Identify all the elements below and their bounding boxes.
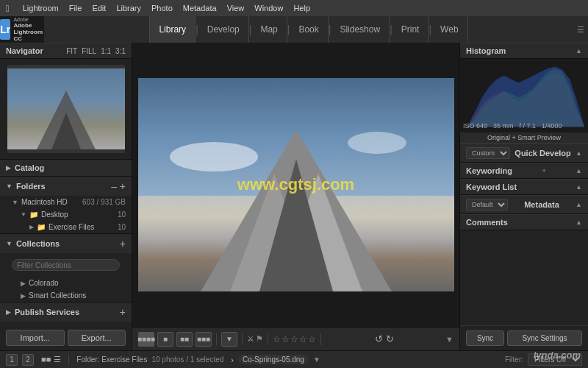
preset-select[interactable]: Custom (466, 147, 510, 159)
sync-settings-button[interactable]: Sync Settings (507, 330, 582, 346)
view-loupe-btn[interactable]: ■ (157, 332, 173, 347)
tab-book[interactable]: Book (290, 16, 328, 43)
collections-triangle-icon: ▼ (6, 240, 12, 247)
desktop-folder-icon: 📁 (29, 210, 38, 219)
main-photo: www.cgtsj.com (138, 78, 454, 291)
folder-arrow-icon: ▼ (12, 199, 18, 206)
detail-view-icon[interactable]: ☰ (54, 355, 61, 364)
view-compare-btn[interactable]: ■■ (176, 332, 193, 347)
exercise-arrow-icon: ▶ (29, 224, 34, 230)
exercise-label: Exercise Files (49, 223, 94, 231)
unflag-icon[interactable]: ⚑ (256, 334, 263, 344)
collection-smart[interactable]: ▶ Smart Collections (0, 289, 132, 302)
tab-library[interactable]: Library (149, 16, 196, 43)
star-2[interactable]: ☆ (282, 334, 290, 344)
watermark-overlay: www.cgtsj.com (237, 175, 354, 194)
navigator-preview (7, 65, 125, 153)
folder-macintosh-hd[interactable]: ▼ Macintosh HD 603 / 931 GB (0, 196, 132, 208)
folders-header[interactable]: ▼ Folders – + (0, 177, 132, 196)
header-right: ☰ (573, 25, 588, 35)
keywording-triangle-icon[interactable]: ▲ (576, 167, 582, 174)
current-file-label[interactable]: Co-Springs-05.dng (238, 355, 309, 364)
rotate-right-btn[interactable]: ↻ (386, 333, 394, 344)
keywording-expand-icon[interactable]: + (542, 167, 545, 174)
tab-develop[interactable]: Develop (198, 16, 249, 43)
app-name-label: Adobe Lightroom CC (13, 22, 44, 42)
view-survey-btn[interactable]: ■■■ (196, 332, 212, 347)
keyword-list-header[interactable]: Keyword List ▲ (460, 179, 588, 195)
folder-desktop[interactable]: ▼ 📁 Desktop 10 (0, 208, 132, 221)
folders-add-icon[interactable]: – + (111, 180, 126, 192)
comments-expand-icon[interactable]: ▲ (576, 219, 582, 226)
star-3[interactable]: ☆ (290, 334, 298, 344)
histogram-expand-icon[interactable]: ▲ (576, 47, 582, 54)
star-1[interactable]: ☆ (273, 334, 281, 344)
tab-slideshow[interactable]: Slideshow (331, 16, 390, 43)
desktop-label: Desktop (41, 210, 68, 219)
quick-develop-header[interactable]: Custom Quick Develop ▲ (460, 144, 588, 163)
toolbar-sep-1 (216, 333, 217, 345)
left-panel: Navigator FIT FILL 1:1 3:1 ▶ Catalog ▼ (0, 43, 132, 350)
menu-photo[interactable]: Photo (151, 4, 173, 13)
metadata-preset-select[interactable]: Default (466, 199, 508, 210)
nav-fill-btn[interactable]: FILL (82, 47, 96, 55)
menu-window[interactable]: Window (254, 4, 283, 13)
metadata-expand-icon[interactable]: ▲ (576, 201, 582, 208)
star-rating[interactable]: ☆ ☆ ☆ ☆ ☆ (273, 334, 316, 344)
metadata-left: Default (466, 199, 508, 210)
folder-exercise-files[interactable]: ▶ 📁 Exercise Files 10 (0, 221, 132, 233)
file-dropdown-icon[interactable]: ▼ (313, 355, 320, 364)
folders-content: ▼ Macintosh HD 603 / 931 GB ▼ 📁 Desktop … (0, 196, 132, 233)
page-2-btn[interactable]: 2 (22, 354, 34, 366)
quick-develop-title: Quick Develop (514, 149, 570, 158)
star-4[interactable]: ☆ (299, 334, 307, 344)
menu-file[interactable]: File (69, 4, 82, 13)
menu-help[interactable]: Help (293, 4, 310, 13)
tab-print[interactable]: Print (392, 16, 429, 43)
collection-colorado[interactable]: ▶ Colorado (0, 277, 132, 289)
collections-add-icon[interactable]: + (120, 238, 126, 250)
rotate-left-btn[interactable]: ↺ (375, 333, 383, 344)
desktop-count: 10 (118, 210, 126, 219)
catalog-header[interactable]: ▶ Catalog (0, 160, 132, 176)
publish-header[interactable]: ▶ Publish Services + (0, 302, 132, 322)
toolbar-expand-icon[interactable]: ▼ (445, 335, 453, 344)
flag-icon[interactable]: ⚔ (247, 334, 254, 344)
metadata-header[interactable]: Default Metadata ▲ (460, 195, 588, 214)
comments-header[interactable]: Comments ▲ (460, 214, 588, 230)
navigator-header[interactable]: Navigator FIT FILL 1:1 3:1 (0, 43, 132, 59)
sync-button[interactable]: Sync (466, 330, 504, 346)
menu-library[interactable]: Library (116, 4, 141, 13)
metadata-title: Metadata (524, 200, 559, 209)
view-grid-btn[interactable]: ■■■■ (138, 332, 154, 347)
nav-fit-btn[interactable]: FIT (66, 47, 77, 55)
page-1-btn[interactable]: 1 (6, 354, 18, 366)
nav-3-1-btn[interactable]: 3:1 (115, 47, 126, 55)
menu-edit[interactable]: Edit (92, 4, 106, 13)
collections-header[interactable]: ▼ Collections + (0, 234, 132, 253)
aperture-value: f / 7.1 (520, 122, 537, 130)
grid-view-icon[interactable]: ■■ (41, 355, 51, 364)
tab-map[interactable]: Map (251, 16, 287, 43)
histogram-header[interactable]: Histogram ▲ (460, 43, 588, 59)
keyword-list-expand-icon[interactable]: ▲ (576, 183, 582, 191)
toolbar-right: ↺ ↻ (375, 333, 394, 344)
collection-smart-label: Smart Collections (29, 291, 86, 300)
keywording-header[interactable]: Keywording + ▲ (460, 163, 588, 179)
import-button[interactable]: Import... (6, 330, 65, 346)
collections-filter-input[interactable] (12, 259, 120, 271)
tab-web[interactable]: Web (431, 16, 467, 43)
main-image-area: www.cgtsj.com (132, 43, 459, 327)
star-5[interactable]: ☆ (308, 334, 316, 344)
keyword-list-title: Keyword List (466, 183, 517, 191)
photo-count-label: 10 photos / 1 selected (151, 355, 223, 364)
nav-1-1-btn[interactable]: 1:1 (101, 47, 111, 55)
menu-metadata[interactable]: Metadata (183, 4, 217, 13)
quick-develop-left: Custom (466, 147, 510, 159)
menu-lightroom[interactable]: Lightroom (23, 4, 59, 13)
publish-add-icon[interactable]: + (120, 306, 126, 318)
export-button[interactable]: Export... (68, 330, 126, 346)
quick-develop-expand-icon[interactable]: ▲ (576, 149, 582, 157)
sort-btn[interactable]: ▼ (221, 332, 237, 347)
menu-view[interactable]: View (227, 4, 245, 13)
